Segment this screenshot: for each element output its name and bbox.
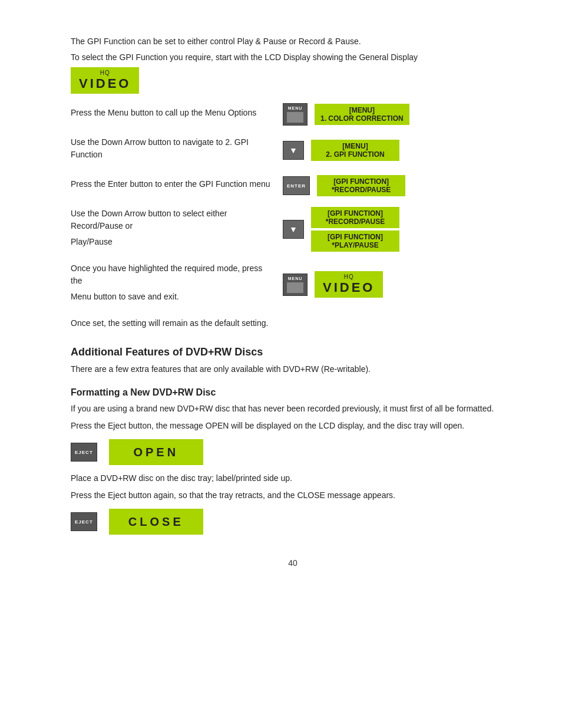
intro-line2: To select the GPI Function you require, … — [71, 51, 515, 64]
down-arrow-icon-1: ▼ — [289, 146, 297, 155]
lcd-option-play-line1: [GPI FUNCTION] — [328, 233, 383, 241]
instruction-row-3: Press the Enter button to enter the GPI … — [71, 175, 515, 196]
menu-btn-label-1: MENU — [287, 106, 303, 111]
formatting-heading: Formatting a New DVD+RW Disc — [71, 387, 515, 398]
instruction-visuals-4: ▼ [GPI FUNCTION] *RECORD/PAUSE [GPI FUNC… — [283, 207, 399, 252]
menu-button-1[interactable]: MENU — [283, 103, 308, 126]
lcd-option-record: [GPI FUNCTION] *RECORD/PAUSE — [311, 207, 399, 228]
down-arrow-icon-2: ▼ — [289, 225, 297, 234]
instruction-visuals-1: MENU [MENU] 1. COLOR CORRECTION — [283, 103, 409, 126]
format-text-1: If you are using a brand new DVD+RW disc… — [71, 403, 515, 415]
format-text-2: Press the Eject button, the message OPEN… — [71, 420, 515, 432]
menu-btn-icon-1 — [287, 112, 303, 123]
video-display-top: HQ VIDEO — [71, 67, 515, 94]
lcd-video-save: HQ VIDEO — [315, 271, 383, 298]
lcd-option-record-line2: *RECORD/PAUSE — [326, 218, 385, 226]
instruction-text-3: Press the Enter button to enter the GPI … — [71, 178, 271, 194]
open-lcd: OPEN — [109, 439, 203, 465]
menu-btn-label-2: MENU — [287, 276, 303, 281]
lcd-result-3-line1: [GPI FUNCTION] — [333, 177, 389, 186]
eject-button-close[interactable]: EJECT — [71, 512, 97, 531]
lcd-result-2-line2: 2. GPI FUNCTION — [326, 150, 384, 159]
close-label: CLOSE — [128, 515, 184, 529]
instruction-row-4: Use the Down Arrow button to select eith… — [71, 207, 515, 252]
instruction-row-1: Press the Menu button to call up the Men… — [71, 103, 515, 126]
lcd-video-main: VIDEO — [79, 76, 131, 91]
instruction-row-2: Use the Down Arrow button to navigate to… — [71, 136, 515, 164]
enter-btn-label: ENTER — [287, 183, 306, 189]
additional-features-heading: Additional Features of DVD+RW Discs — [71, 346, 515, 358]
lcd-result-1: [MENU] 1. COLOR CORRECTION — [315, 104, 409, 125]
down-arrow-button-2[interactable]: ▼ — [283, 220, 304, 239]
lcd-video-block: HQ VIDEO — [71, 67, 139, 94]
close-lcd: CLOSE — [109, 509, 203, 535]
menu-btn-icon-2 — [287, 282, 303, 293]
section-intro-text: There are a few extra features that are … — [71, 363, 515, 375]
lcd-result-2: [MENU] 2. GPI FUNCTION — [311, 140, 399, 161]
lcd-result-3: [GPI FUNCTION] *RECORD/PAUSE — [317, 175, 405, 196]
once-set-text: Once set, the setting will remain as the… — [71, 317, 515, 330]
open-label: OPEN — [133, 446, 178, 459]
instruction-visuals-5: MENU HQ VIDEO — [283, 271, 383, 298]
intro-line1: The GPI Function can be set to either co… — [71, 35, 515, 48]
instruction-text-1: Press the Menu button to call up the Men… — [71, 107, 271, 123]
lcd-result-2-line1: [MENU] — [342, 142, 368, 150]
menu-button-2[interactable]: MENU — [283, 274, 308, 296]
instruction-text-4: Use the Down Arrow button to select eith… — [71, 207, 271, 252]
instruction-text-2: Use the Down Arrow button to navigate to… — [71, 136, 271, 164]
lcd-result-1-line1: [MENU] — [349, 106, 375, 114]
instruction-visuals-3: ENTER [GPI FUNCTION] *RECORD/PAUSE — [283, 175, 405, 196]
instruction-text-5: Once you have highlighted the required m… — [71, 262, 271, 307]
lcd-stack-options: [GPI FUNCTION] *RECORD/PAUSE [GPI FUNCTI… — [311, 207, 399, 252]
lcd-option-play-line2: *PLAY/PAUSE — [332, 241, 378, 249]
eject-button-open[interactable]: EJECT — [71, 443, 97, 462]
close-row: EJECT CLOSE — [71, 509, 515, 535]
place-text: Place a DVD+RW disc on the disc tray; la… — [71, 472, 515, 485]
lcd-save-main: VIDEO — [323, 280, 375, 295]
eject-label-open: EJECT — [75, 450, 93, 455]
lcd-result-1-line2: 1. COLOR CORRECTION — [320, 114, 404, 123]
lcd-video-sub: HQ — [100, 70, 110, 76]
enter-button[interactable]: ENTER — [283, 176, 310, 195]
lcd-result-3-line2: *RECORD/PAUSE — [332, 186, 391, 194]
open-row: EJECT OPEN — [71, 439, 515, 465]
lcd-save-sub: HQ — [344, 274, 354, 280]
press-eject-text: Press the Eject button again, so that th… — [71, 489, 515, 502]
instruction-row-5: Once you have highlighted the required m… — [71, 262, 515, 307]
down-arrow-button-1[interactable]: ▼ — [283, 141, 304, 160]
eject-label-close: EJECT — [75, 519, 93, 525]
page-number: 40 — [71, 558, 515, 568]
instruction-visuals-2: ▼ [MENU] 2. GPI FUNCTION — [283, 140, 399, 161]
lcd-option-record-line1: [GPI FUNCTION] — [328, 209, 383, 218]
lcd-option-play: [GPI FUNCTION] *PLAY/PAUSE — [311, 230, 399, 252]
